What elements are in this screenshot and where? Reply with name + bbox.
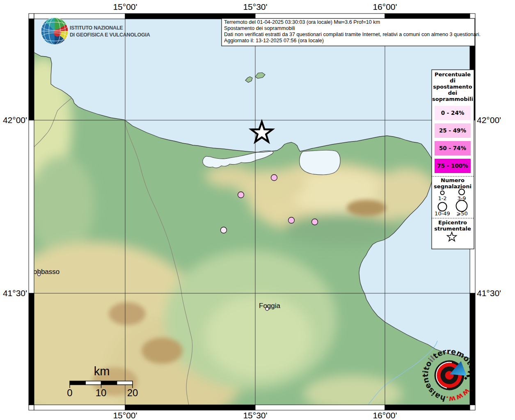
signal-size-icon — [441, 191, 444, 195]
scale-tick-label: 10 — [96, 387, 107, 398]
info-line-subject: Spostamento dei soprammobili — [224, 25, 295, 31]
signal-size-label: 10-49 — [435, 210, 450, 217]
info-box: Terremoto del 01-04-2025 03:30:03 (ora l… — [222, 18, 481, 46]
axis-tick-label: 15°30' — [243, 411, 267, 420]
axis-tick-label: 42°00' — [3, 115, 27, 125]
signal-size-label: 1-2 — [438, 195, 446, 201]
ingv-globe-icon — [41, 18, 68, 45]
legend-swatch-label: 0 - 24% — [441, 110, 465, 116]
legend-title-line: soprammobili — [432, 96, 473, 102]
legend-signals-title-line: segnalazioni — [434, 183, 472, 189]
data-point — [221, 227, 227, 233]
map-canvas: Foggia obbasso km 0 — [0, 0, 515, 420]
map-content: Foggia obbasso km 0 — [0, 14, 487, 420]
ingv-name-line1: ISTITUTO NAZIONALE — [70, 25, 123, 31]
signal-size-icon — [456, 201, 467, 212]
axis-tick-label: 41°30' — [3, 288, 27, 298]
axis-tick-label: 41°30' — [477, 288, 501, 298]
legend-title-line: spostamento — [433, 84, 472, 90]
data-point — [312, 219, 318, 225]
axis-tick-label: 42°00' — [477, 115, 501, 125]
earthquake-map-page: { "title_box": { "lines": [ "Terremoto d… — [0, 0, 515, 420]
legend-signals-title-line: Numero — [441, 177, 465, 183]
axis-tick-label: 15°00' — [113, 2, 137, 11]
ingv-name-line2: DI GEOFISICA E VULCANOLOGIA — [70, 32, 150, 38]
legend-swatch-label: 75 - 100% — [437, 162, 468, 169]
legend: Percentuale di spostamento dei soprammob… — [432, 70, 474, 249]
signal-size-icon — [438, 203, 447, 211]
legend-title-line: Percentuale — [435, 71, 471, 78]
lake-varano — [300, 150, 341, 175]
data-point — [266, 307, 269, 310]
axis-tick-label: 15°00' — [113, 411, 137, 420]
info-line-updated: Aggiornato il: 13-12-2025 07:56 (ora loc… — [224, 38, 324, 43]
city-label-foggia: Foggia — [259, 302, 281, 310]
city-label-campobasso: obbasso — [33, 268, 60, 276]
info-line-source: Dati non verificati estratti da 37 quest… — [224, 32, 481, 37]
axis-tick-label: 16°00' — [373, 411, 397, 420]
data-point — [288, 217, 295, 224]
signal-size-label: 3-9 — [457, 195, 466, 201]
legend-epicenter-line: Epicentro — [438, 219, 467, 226]
data-point — [238, 192, 244, 198]
axis-tick-label: 15°30' — [243, 2, 267, 11]
signal-size-icon — [459, 189, 465, 195]
legend-title-line: dei — [448, 90, 458, 96]
scale-unit-label: km — [94, 365, 110, 378]
axis-tick-label: 16°00' — [373, 2, 397, 11]
data-point — [271, 175, 277, 181]
data-point — [38, 273, 41, 276]
info-line-event: Terremoto del 01-04-2025 03:30:03 (ora l… — [224, 19, 380, 25]
legend-swatch-label: 25 - 49% — [439, 127, 467, 134]
legend-epicenter-line: strumentale — [434, 226, 471, 232]
signal-size-label: ⩾50 — [456, 210, 467, 217]
scale-tick-label: 20 — [127, 387, 138, 398]
legend-swatch-label: 50 - 74% — [439, 145, 467, 151]
legend-title-line: di — [450, 78, 455, 84]
scale-tick-label: 0 — [67, 387, 72, 398]
